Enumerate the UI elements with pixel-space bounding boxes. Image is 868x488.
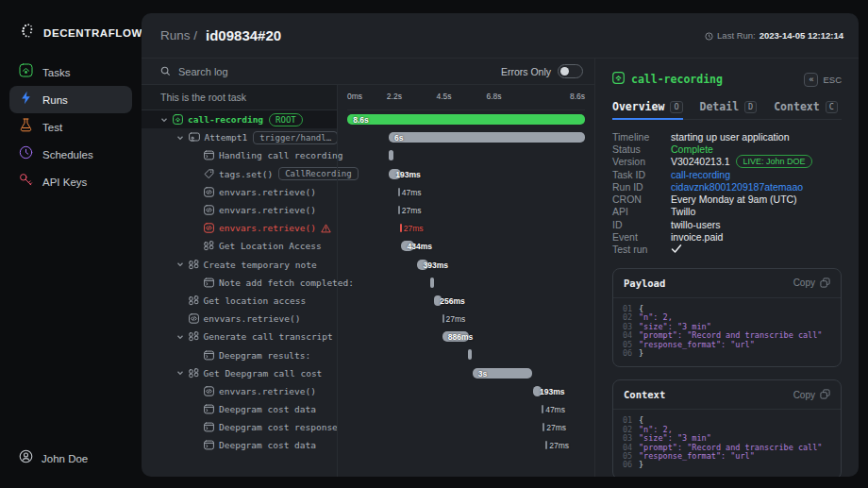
copy-button[interactable]: Copy (793, 386, 830, 403)
code-icon (204, 223, 214, 233)
duration-bar[interactable] (347, 114, 585, 125)
duration-tick[interactable] (398, 188, 400, 196)
tree-row[interactable]: Deepgram cost data (142, 436, 337, 454)
tree-row[interactable]: Get location access (142, 292, 337, 310)
duration-label: 6s (390, 133, 403, 143)
tree-row[interactable]: Get Deepgram call cost (142, 364, 337, 382)
copy-button[interactable]: Copy (793, 275, 830, 292)
log-icon (204, 440, 214, 450)
field-key: Timeline (612, 131, 671, 143)
sidebar-item-label: Runs (42, 94, 68, 106)
tree-row[interactable]: envvars.retrieve() (142, 382, 337, 400)
line-number: 06 (623, 461, 639, 469)
run-header: Runs / id09834#20 Last Run: 2023-14-05 1… (142, 13, 859, 59)
tree-row[interactable]: envvars.retrieve() (142, 183, 337, 201)
log-icon (204, 404, 214, 414)
log-tree-panel: This is the root task call-recordingROOT… (142, 85, 337, 477)
sidebar-item-api-keys[interactable]: API Keys (9, 168, 132, 195)
tree-row[interactable]: Get Location Access (142, 237, 337, 255)
copy-icon (820, 386, 830, 403)
tree-row[interactable]: envvars.retrieve() (142, 219, 337, 237)
timeline-row: 8.6s (347, 110, 585, 128)
timeline-row: 47ms (347, 183, 585, 201)
esc-button[interactable]: « ESC (804, 73, 842, 87)
tree-row-label: Handling call recording (219, 150, 343, 160)
payload-card: PayloadCopy01{02"n": 2,03"size": "3 min"… (612, 268, 842, 367)
tree-row[interactable]: call-recordingROOT (142, 110, 337, 128)
duration-bar[interactable] (430, 278, 434, 288)
field-value: starting up user application (671, 131, 790, 143)
tree-row[interactable]: Note add fetch completed: (142, 274, 337, 292)
tree-row[interactable]: envvars.retrieve() (142, 310, 337, 328)
tab-overview[interactable]: OverviewO (612, 100, 683, 113)
duration-label: 47ms (402, 188, 422, 197)
field-key: Status (612, 143, 671, 155)
tree-row[interactable]: Deepgram cost data (142, 400, 337, 418)
chevron-down-icon[interactable] (160, 116, 173, 124)
field-row-status: StatusComplete (612, 143, 842, 155)
search-icon (160, 63, 171, 80)
field-row-api: APITwillo (612, 206, 842, 218)
user-name: John Doe (42, 453, 88, 464)
timeline-axis: 0ms2.2s4.5s6.8s8.6s (347, 85, 585, 110)
timeline-row (347, 274, 585, 292)
duration-tick[interactable] (542, 423, 544, 431)
sidebar-item-tasks[interactable]: Tasks (9, 59, 132, 86)
tree-row-label: envvars.retrieve() (219, 205, 316, 215)
tab-context[interactable]: ContextC (774, 100, 838, 113)
chevron-down-icon[interactable] (176, 369, 189, 377)
duration-bar[interactable] (389, 150, 393, 160)
grid-icon (204, 241, 214, 251)
field-value[interactable]: cidavznk8001209187atemaao (671, 181, 803, 193)
timeline-row: 27ms (347, 418, 585, 436)
timeline-row: 27ms (347, 436, 585, 454)
sidebar-item-runs[interactable]: Runs (9, 86, 132, 113)
detail-task-title: call-recording (631, 73, 723, 86)
timeline-row: 193ms (347, 165, 585, 183)
sidebar-item-schedules[interactable]: Schedules (9, 141, 132, 168)
tree-row[interactable]: tags.set()CallRecording (142, 165, 337, 183)
tree-row[interactable]: Deepgram cost response (142, 418, 337, 436)
timeline-row: 193ms (347, 382, 585, 400)
field-value[interactable]: call-recording (671, 169, 730, 180)
tree-row[interactable]: Deepgram results: (142, 345, 337, 363)
duration-bar[interactable] (389, 132, 585, 143)
errors-only-toggle[interactable] (558, 64, 583, 78)
code-icon (204, 205, 214, 215)
tree-row[interactable]: envvars.retrieve() (142, 201, 337, 219)
duration-tick[interactable] (442, 314, 444, 323)
user-icon (19, 449, 33, 467)
chevron-down-icon[interactable] (176, 333, 189, 341)
search-input[interactable] (178, 66, 501, 77)
tab-detail[interactable]: DetailD (700, 100, 758, 113)
code-icon (204, 187, 214, 197)
chevron-down-icon[interactable] (176, 134, 189, 142)
breadcrumb[interactable]: Runs / (160, 28, 197, 42)
duration-tick[interactable] (400, 224, 402, 232)
duration-label: 193ms (391, 170, 420, 179)
code-cards: PayloadCopy01{02"n": 2,03"size": "3 min"… (612, 268, 842, 477)
tree-row[interactable]: Attempt1trigger/handl… (142, 128, 337, 146)
axis-tick-label: 4.5s (437, 92, 452, 101)
duration-tick[interactable] (542, 405, 543, 413)
sidebar-user[interactable]: John Doe (19, 449, 88, 467)
duration-label: 47ms (545, 405, 565, 414)
duration-bar[interactable] (468, 349, 472, 360)
field-row-cron: CRONEvery Monday at 9am (UTC) (612, 193, 842, 205)
collapse-icon: « (804, 73, 818, 87)
sidebar: DECENTRAFLOW TasksRunsTestSchedulesAPI K… (0, 0, 142, 488)
duration-tick[interactable] (545, 441, 547, 449)
tree-row[interactable]: Generate call transcript (142, 328, 337, 345)
tab-shortcut-key: D (744, 101, 757, 113)
chevron-down-icon[interactable] (176, 261, 189, 268)
detail-title-row: call-recording « ESC (612, 71, 842, 88)
duration-tick[interactable] (398, 206, 400, 214)
task-icon (173, 114, 183, 125)
detail-tabs: OverviewODetailDContextC (612, 100, 842, 120)
copy-label: Copy (793, 390, 815, 400)
tree-row[interactable]: Create temporary note (142, 256, 337, 274)
sidebar-item-test[interactable]: Test (9, 113, 132, 141)
field-key: Task ID (612, 169, 671, 180)
tree-row-label: Generate call transcript (204, 331, 333, 342)
tree-row[interactable]: Handling call recording (142, 146, 337, 164)
